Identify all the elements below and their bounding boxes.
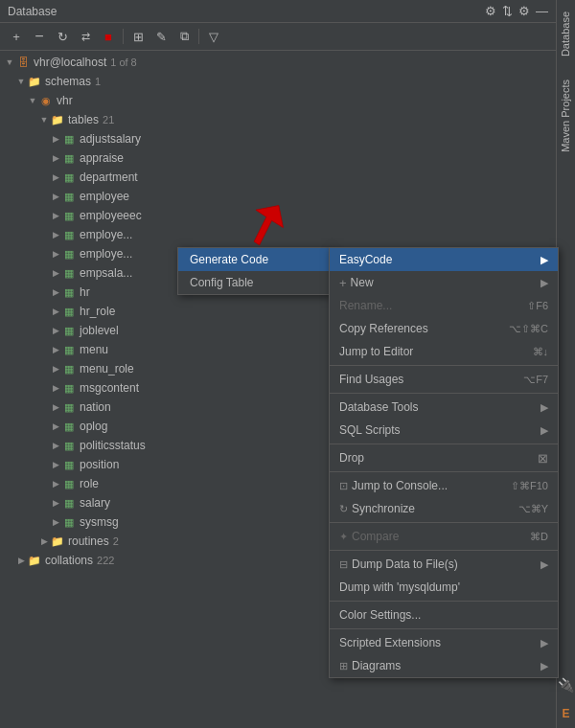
database-tab[interactable]: Database xyxy=(557,0,575,68)
plugin-icon[interactable]: 🔌 xyxy=(557,671,575,699)
stop-button[interactable]: ■ xyxy=(98,26,119,47)
filter-button[interactable]: ▽ xyxy=(203,26,224,47)
gear-icon[interactable]: ⚙ xyxy=(518,4,530,18)
toolbar-separator xyxy=(123,29,124,44)
jump-console-shortcut: ⇧⌘F10 xyxy=(511,480,548,492)
table-icon: ▦ xyxy=(61,170,77,185)
table-icon: ▦ xyxy=(61,438,77,453)
schemas-badge: 1 xyxy=(95,76,101,87)
table-name: joblevel xyxy=(80,324,119,337)
generate-code-item[interactable]: Generate Code xyxy=(178,248,330,271)
table-icon: ▦ xyxy=(61,208,77,223)
sync-button[interactable]: ⇄ xyxy=(75,26,96,47)
table-icon: ▦ xyxy=(61,150,77,166)
submenu-arrow: ▶ xyxy=(540,424,548,437)
table-name: hr_role xyxy=(80,305,115,318)
copy-button[interactable]: ⧉ xyxy=(173,26,195,47)
table-name: employeeec xyxy=(80,209,142,222)
tables-node[interactable]: ▼ 📁 tables 21 xyxy=(0,110,556,129)
folder-icon: 📁 xyxy=(50,112,65,127)
jump-editor-label: Jump to Editor xyxy=(339,345,413,358)
refresh-button[interactable]: ↻ xyxy=(52,26,73,47)
add-button[interactable]: + xyxy=(6,26,27,47)
expand-arrow: ▶ xyxy=(50,459,61,470)
table-icon: ▦ xyxy=(61,265,77,281)
table-icon: ▦ xyxy=(61,495,77,511)
jump-editor-item[interactable]: Jump to Editor ⌘↓ xyxy=(330,340,558,363)
drop-item[interactable]: Drop ⊠ xyxy=(330,446,558,469)
separator xyxy=(330,365,558,366)
title-bar: Database ⚙ ⇅ ⚙ — xyxy=(0,0,556,23)
color-settings-item[interactable]: Color Settings... xyxy=(330,603,558,626)
table-row[interactable]: ▶ ▦ department xyxy=(0,168,556,187)
table-icon: ▦ xyxy=(61,284,77,300)
close-icon[interactable]: — xyxy=(536,4,548,18)
generate-code-menu: Generate Code Config Table xyxy=(177,247,331,295)
new-label: New xyxy=(351,276,374,289)
table-row[interactable]: ▶ ▦ adjustsalary xyxy=(0,129,556,148)
table-row[interactable]: ▶ ▦ employe... xyxy=(0,225,556,244)
remove-button[interactable]: − xyxy=(29,26,50,47)
jump-console-item[interactable]: ⊡ Jump to Console... ⇧⌘F10 xyxy=(330,474,558,497)
table-icon: ▦ xyxy=(61,514,77,530)
diagrams-label: Diagrams xyxy=(352,659,401,672)
dump-mysql-item[interactable]: Dump with 'mysqldump' xyxy=(330,576,558,599)
table-icon: ▦ xyxy=(61,476,77,491)
jump-console-label: Jump to Console... xyxy=(352,479,448,492)
diagrams-item[interactable]: ⊞ Diagrams ▶ xyxy=(330,654,558,677)
table-icon: ▦ xyxy=(61,361,77,376)
expand-arrow: ▶ xyxy=(50,306,61,317)
dump-file-item[interactable]: ⊟ Dump Data to File(s) ▶ xyxy=(330,553,558,576)
rename-label: Rename... xyxy=(339,299,392,312)
db-tools-item[interactable]: Database Tools ▶ xyxy=(330,396,558,419)
expand-arrow: ▶ xyxy=(50,421,61,432)
table-icon: ▦ xyxy=(61,380,77,396)
table-row[interactable]: ▶ ▦ employee xyxy=(0,187,556,206)
scripted-extensions-label: Scripted Extensions xyxy=(339,636,441,649)
routines-label: routines xyxy=(68,535,109,548)
submenu-arrow: ▶ xyxy=(540,660,548,672)
copy-references-item[interactable]: Copy References ⌥⇧⌘C xyxy=(330,317,558,340)
drop-shortcut: ⊠ xyxy=(538,451,548,466)
expand-arrow: ▼ xyxy=(15,76,27,87)
collations-label: collations xyxy=(45,554,93,567)
separator xyxy=(330,393,558,394)
schemas-node[interactable]: ▼ 📁 schemas 1 xyxy=(0,72,556,91)
settings-icon[interactable]: ⚙ xyxy=(485,4,496,18)
table-row[interactable]: ▶ ▦ appraise xyxy=(0,148,556,168)
sql-scripts-item[interactable]: SQL Scripts ▶ xyxy=(330,419,558,442)
table-name: msgcontent xyxy=(80,381,139,395)
find-usages-item[interactable]: Find Usages ⌥F7 xyxy=(330,368,558,391)
jump-editor-shortcut: ⌘↓ xyxy=(533,346,549,358)
table-name: menu xyxy=(80,343,108,356)
edit-button[interactable]: ✎ xyxy=(150,26,172,47)
easycode-label: EasyCode xyxy=(339,253,392,266)
table-icon: ▦ xyxy=(61,227,77,242)
maven-tab[interactable]: Maven Projects xyxy=(557,68,575,164)
e-icon[interactable]: E xyxy=(557,699,575,728)
config-table-label: Config Table xyxy=(190,276,254,289)
vhr-node[interactable]: ▼ ◉ vhr xyxy=(0,91,556,110)
config-table-item[interactable]: Config Table xyxy=(178,271,330,294)
console-icon: ⊡ xyxy=(339,480,348,492)
new-item[interactable]: + New ▶ xyxy=(330,271,558,294)
grid-button[interactable]: ⊞ xyxy=(127,26,149,47)
tree-root[interactable]: ▼ 🗄 vhr@localhost 1 of 8 xyxy=(0,53,556,72)
table-row[interactable]: ▶ ▦ employeeec xyxy=(0,206,556,225)
folder-icon: 📁 xyxy=(50,534,65,549)
synchronize-item[interactable]: ↻ Synchronize ⌥⌘Y xyxy=(330,497,558,520)
layout-icon[interactable]: ⇅ xyxy=(502,4,513,18)
easycode-item[interactable]: EasyCode ▶ xyxy=(330,248,558,271)
right-tabs-panel: Database Maven Projects 🔌 E xyxy=(556,0,575,728)
root-badge: 1 of 8 xyxy=(110,57,137,68)
table-icon: ▦ xyxy=(61,246,77,262)
table-name: empsala... xyxy=(80,266,132,280)
expand-arrow: ▶ xyxy=(50,171,61,183)
table-name: appraise xyxy=(80,151,124,165)
table-name: position xyxy=(80,458,119,471)
folder-icon: 📁 xyxy=(27,74,42,89)
dump-mysql-label: Dump with 'mysqldump' xyxy=(339,580,460,594)
table-name: adjustsalary xyxy=(80,132,141,146)
scripted-extensions-item[interactable]: Scripted Extensions ▶ xyxy=(330,631,558,654)
expand-arrow: ▶ xyxy=(50,286,61,298)
